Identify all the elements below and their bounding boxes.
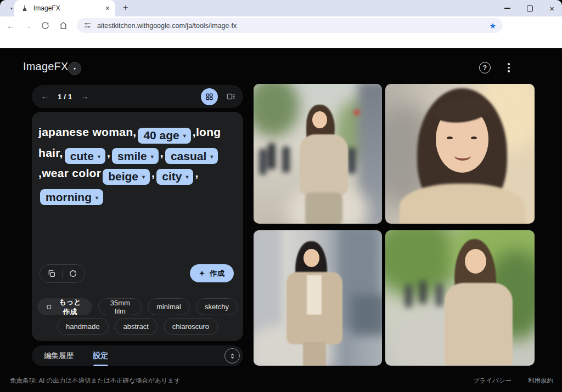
- prompt-card: japanese woman,40 age▾,long hair,cute▾,s…: [32, 112, 243, 341]
- bookmark-star-icon[interactable]: ★: [489, 22, 496, 30]
- generated-image-3[interactable]: [254, 230, 382, 366]
- create-button-label: 作成: [210, 269, 224, 279]
- footer-links: プライバシー 利用規約: [473, 377, 553, 385]
- browser-toolbar: ← → aitestkitchen.withgoogle.com/ja/tool…: [0, 16, 562, 35]
- next-page-button[interactable]: →: [80, 92, 89, 101]
- style-chip[interactable]: 35mm film: [98, 298, 142, 315]
- photo-art: [454, 151, 471, 161]
- flask-favicon-icon: [21, 4, 29, 12]
- forward-button[interactable]: →: [24, 21, 32, 30]
- browser-tab-strip: ▾ ImageFX × + ×: [0, 0, 562, 16]
- photo-art: [254, 84, 299, 137]
- prompt-text: ,wear color: [38, 167, 101, 179]
- tab-edit-history[interactable]: 編集履歴: [44, 345, 74, 366]
- minimize-icon[interactable]: [504, 8, 510, 9]
- generated-image-grid: [254, 84, 535, 366]
- style-chip[interactable]: abstract: [115, 318, 158, 335]
- copy-icon[interactable]: [47, 269, 56, 278]
- style-chip[interactable]: handmade: [57, 318, 108, 335]
- photo-art: [445, 283, 513, 366]
- photo-art: [312, 111, 327, 128]
- prompt-chip[interactable]: cute▾: [65, 148, 105, 164]
- window-close-icon[interactable]: ×: [549, 4, 554, 13]
- tool-switcher-button[interactable]: ▾: [68, 62, 81, 75]
- photo-art: [353, 109, 360, 116]
- tab-close-icon[interactable]: ×: [105, 4, 110, 12]
- generated-image-4[interactable]: [385, 230, 535, 366]
- prompt-chip[interactable]: smile▾: [112, 148, 159, 164]
- prompt-chip-label: city: [162, 167, 182, 185]
- photo-art: [471, 137, 477, 139]
- page-count: 1 / 1: [58, 93, 72, 101]
- split-view-icon: [226, 92, 236, 101]
- prompt-chip[interactable]: casual▾: [165, 148, 218, 164]
- sparkle-icon: [199, 271, 205, 276]
- chevron-down-icon: ▾: [95, 189, 98, 207]
- window-controls: ×: [504, 0, 554, 16]
- grid-view-button[interactable]: [201, 88, 218, 105]
- photo-art: [400, 184, 525, 224]
- photo-art: [465, 249, 486, 274]
- single-view-button[interactable]: [223, 88, 239, 105]
- prompt-chip-label: beige: [108, 167, 138, 185]
- address-bar[interactable]: aitestkitchen.withgoogle.com/ja/tools/im…: [77, 18, 503, 33]
- home-button[interactable]: [59, 21, 68, 30]
- prompt-chip[interactable]: beige▾: [103, 169, 150, 185]
- url-text[interactable]: aitestkitchen.withgoogle.com/ja/tools/im…: [97, 22, 484, 30]
- photo-art: [351, 295, 382, 336]
- generated-image-2[interactable]: [385, 84, 535, 224]
- style-chip-row-2: handmadeabstractchiaroscuro: [37, 318, 238, 335]
- create-button[interactable]: 作成: [190, 264, 234, 282]
- prompt-chip-label: cute: [70, 147, 94, 165]
- view-toggle: [201, 88, 239, 105]
- photo-art: [268, 143, 276, 169]
- privacy-link[interactable]: プライバシー: [473, 377, 512, 385]
- tab-settings[interactable]: 設定: [93, 345, 108, 366]
- prompt-chip-label: 40 age: [143, 126, 179, 144]
- chevron-down-icon: ▾: [74, 66, 76, 71]
- prompt-text: ,: [107, 146, 110, 159]
- prompt-chip[interactable]: city▾: [156, 169, 193, 185]
- back-button[interactable]: ←: [7, 21, 15, 30]
- terms-link[interactable]: 利用規約: [528, 377, 553, 385]
- prompt-text: ,: [151, 167, 155, 179]
- tab-title: ImageFX: [33, 4, 105, 12]
- prev-page-button[interactable]: ←: [41, 92, 49, 101]
- panel-tabs-bar: 編集履歴 設定: [32, 345, 243, 366]
- style-chip[interactable]: minimal: [148, 298, 190, 315]
- photo-art: [447, 137, 453, 139]
- prompt-editor[interactable]: japanese woman,40 age▾,long hair,cute▾,s…: [38, 123, 235, 205]
- prompt-chip[interactable]: morning▾: [40, 189, 103, 205]
- chevron-down-icon: ▾: [151, 147, 154, 166]
- chevron-down-icon: ▾: [10, 6, 13, 11]
- help-button[interactable]: ?: [479, 62, 491, 73]
- maximize-icon[interactable]: [527, 5, 533, 12]
- chevron-down-icon: ▾: [186, 168, 188, 186]
- style-chip[interactable]: sketchy: [196, 298, 238, 315]
- unfold-more-icon: [229, 353, 236, 360]
- chevron-down-icon: ▾: [210, 147, 213, 166]
- prompt-chip-label: casual: [171, 147, 206, 165]
- style-chip[interactable]: chiaroscuro: [164, 318, 218, 335]
- generated-image-1[interactable]: [254, 84, 382, 224]
- disclaimer-text: 免責条項: AI の出力は不適切または不正確な場合があります: [10, 377, 181, 385]
- reload-button[interactable]: [41, 21, 50, 30]
- site-settings-icon[interactable]: [83, 21, 92, 30]
- page-title: ImageFX: [23, 60, 69, 73]
- browser-tab[interactable]: ImageFX ×: [14, 0, 115, 16]
- photo-art: [300, 134, 348, 196]
- refresh-icon: [46, 303, 52, 311]
- new-tab-button[interactable]: +: [123, 3, 128, 13]
- photo-art: [307, 275, 322, 315]
- expand-panel-button[interactable]: [224, 348, 240, 363]
- prompt-chip-label: morning: [46, 188, 92, 206]
- photo-art: [304, 249, 319, 267]
- imagefx-page: ImageFX ▾ ? ← 1 / 1 → japanese woman,40 …: [0, 48, 562, 392]
- generate-more-button[interactable]: もっと作成: [37, 298, 92, 315]
- regenerate-icon[interactable]: [69, 269, 77, 278]
- overflow-menu-button[interactable]: [508, 63, 510, 72]
- prompt-text: ,: [195, 167, 198, 179]
- photo-art: [419, 281, 426, 304]
- prompt-text: japanese woman,: [38, 126, 136, 138]
- prompt-chip[interactable]: 40 age▾: [138, 128, 190, 144]
